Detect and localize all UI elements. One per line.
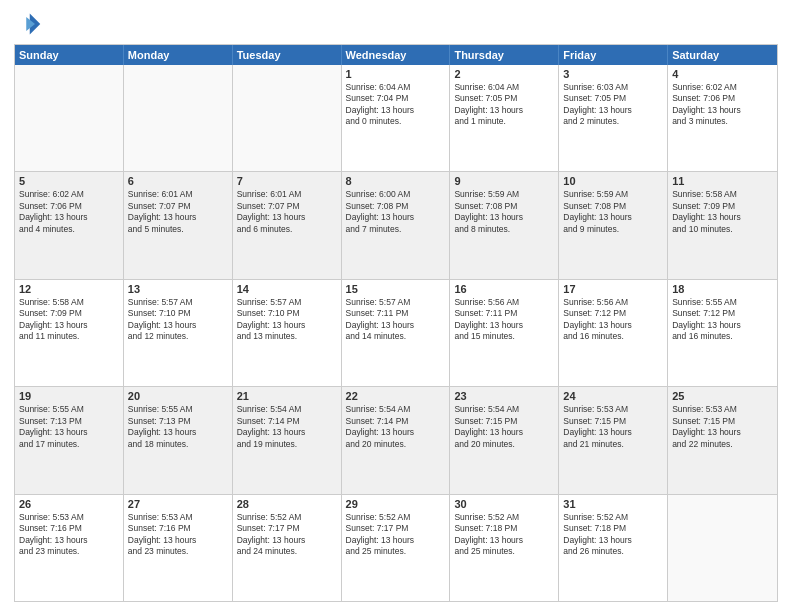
day-number: 29	[346, 498, 446, 510]
day-info: Sunrise: 5:59 AM Sunset: 7:08 PM Dayligh…	[454, 189, 554, 235]
calendar-cell	[15, 65, 124, 171]
calendar-cell: 23Sunrise: 5:54 AM Sunset: 7:15 PM Dayli…	[450, 387, 559, 493]
day-info: Sunrise: 6:01 AM Sunset: 7:07 PM Dayligh…	[237, 189, 337, 235]
day-info: Sunrise: 5:59 AM Sunset: 7:08 PM Dayligh…	[563, 189, 663, 235]
calendar-cell: 13Sunrise: 5:57 AM Sunset: 7:10 PM Dayli…	[124, 280, 233, 386]
day-number: 15	[346, 283, 446, 295]
calendar-cell: 27Sunrise: 5:53 AM Sunset: 7:16 PM Dayli…	[124, 495, 233, 601]
day-info: Sunrise: 5:53 AM Sunset: 7:15 PM Dayligh…	[563, 404, 663, 450]
calendar-cell: 26Sunrise: 5:53 AM Sunset: 7:16 PM Dayli…	[15, 495, 124, 601]
calendar-header: SundayMondayTuesdayWednesdayThursdayFrid…	[15, 45, 777, 65]
day-number: 1	[346, 68, 446, 80]
day-number: 8	[346, 175, 446, 187]
day-info: Sunrise: 5:52 AM Sunset: 7:17 PM Dayligh…	[346, 512, 446, 558]
calendar-cell: 3Sunrise: 6:03 AM Sunset: 7:05 PM Daylig…	[559, 65, 668, 171]
calendar-cell: 19Sunrise: 5:55 AM Sunset: 7:13 PM Dayli…	[15, 387, 124, 493]
day-number: 2	[454, 68, 554, 80]
day-info: Sunrise: 5:53 AM Sunset: 7:16 PM Dayligh…	[128, 512, 228, 558]
calendar-cell: 2Sunrise: 6:04 AM Sunset: 7:05 PM Daylig…	[450, 65, 559, 171]
header	[14, 10, 778, 38]
calendar-cell: 9Sunrise: 5:59 AM Sunset: 7:08 PM Daylig…	[450, 172, 559, 278]
calendar-cell: 11Sunrise: 5:58 AM Sunset: 7:09 PM Dayli…	[668, 172, 777, 278]
day-number: 17	[563, 283, 663, 295]
calendar-cell: 12Sunrise: 5:58 AM Sunset: 7:09 PM Dayli…	[15, 280, 124, 386]
weekday-header-wednesday: Wednesday	[342, 45, 451, 65]
calendar-cell	[668, 495, 777, 601]
day-info: Sunrise: 6:04 AM Sunset: 7:04 PM Dayligh…	[346, 82, 446, 128]
day-number: 23	[454, 390, 554, 402]
calendar-cell: 28Sunrise: 5:52 AM Sunset: 7:17 PM Dayli…	[233, 495, 342, 601]
day-info: Sunrise: 5:56 AM Sunset: 7:11 PM Dayligh…	[454, 297, 554, 343]
calendar-cell: 21Sunrise: 5:54 AM Sunset: 7:14 PM Dayli…	[233, 387, 342, 493]
calendar-body: 1Sunrise: 6:04 AM Sunset: 7:04 PM Daylig…	[15, 65, 777, 601]
day-number: 24	[563, 390, 663, 402]
day-number: 11	[672, 175, 773, 187]
calendar: SundayMondayTuesdayWednesdayThursdayFrid…	[14, 44, 778, 602]
day-number: 3	[563, 68, 663, 80]
day-info: Sunrise: 5:57 AM Sunset: 7:10 PM Dayligh…	[237, 297, 337, 343]
weekday-header-sunday: Sunday	[15, 45, 124, 65]
calendar-cell: 1Sunrise: 6:04 AM Sunset: 7:04 PM Daylig…	[342, 65, 451, 171]
day-info: Sunrise: 5:57 AM Sunset: 7:10 PM Dayligh…	[128, 297, 228, 343]
calendar-row-2: 12Sunrise: 5:58 AM Sunset: 7:09 PM Dayli…	[15, 280, 777, 387]
day-info: Sunrise: 5:58 AM Sunset: 7:09 PM Dayligh…	[19, 297, 119, 343]
day-number: 13	[128, 283, 228, 295]
weekday-header-friday: Friday	[559, 45, 668, 65]
calendar-cell: 16Sunrise: 5:56 AM Sunset: 7:11 PM Dayli…	[450, 280, 559, 386]
calendar-cell	[233, 65, 342, 171]
day-number: 16	[454, 283, 554, 295]
calendar-cell: 30Sunrise: 5:52 AM Sunset: 7:18 PM Dayli…	[450, 495, 559, 601]
calendar-cell: 14Sunrise: 5:57 AM Sunset: 7:10 PM Dayli…	[233, 280, 342, 386]
weekday-header-saturday: Saturday	[668, 45, 777, 65]
day-number: 22	[346, 390, 446, 402]
day-number: 12	[19, 283, 119, 295]
day-number: 27	[128, 498, 228, 510]
weekday-header-thursday: Thursday	[450, 45, 559, 65]
day-number: 25	[672, 390, 773, 402]
day-number: 31	[563, 498, 663, 510]
calendar-cell: 4Sunrise: 6:02 AM Sunset: 7:06 PM Daylig…	[668, 65, 777, 171]
day-info: Sunrise: 5:53 AM Sunset: 7:16 PM Dayligh…	[19, 512, 119, 558]
calendar-cell: 24Sunrise: 5:53 AM Sunset: 7:15 PM Dayli…	[559, 387, 668, 493]
calendar-row-0: 1Sunrise: 6:04 AM Sunset: 7:04 PM Daylig…	[15, 65, 777, 172]
calendar-cell: 22Sunrise: 5:54 AM Sunset: 7:14 PM Dayli…	[342, 387, 451, 493]
day-number: 21	[237, 390, 337, 402]
day-number: 20	[128, 390, 228, 402]
day-number: 7	[237, 175, 337, 187]
day-number: 6	[128, 175, 228, 187]
day-info: Sunrise: 5:55 AM Sunset: 7:12 PM Dayligh…	[672, 297, 773, 343]
day-info: Sunrise: 6:02 AM Sunset: 7:06 PM Dayligh…	[672, 82, 773, 128]
day-number: 9	[454, 175, 554, 187]
day-number: 28	[237, 498, 337, 510]
day-info: Sunrise: 6:02 AM Sunset: 7:06 PM Dayligh…	[19, 189, 119, 235]
calendar-cell: 29Sunrise: 5:52 AM Sunset: 7:17 PM Dayli…	[342, 495, 451, 601]
day-info: Sunrise: 5:58 AM Sunset: 7:09 PM Dayligh…	[672, 189, 773, 235]
day-number: 19	[19, 390, 119, 402]
day-number: 10	[563, 175, 663, 187]
weekday-header-tuesday: Tuesday	[233, 45, 342, 65]
day-info: Sunrise: 5:56 AM Sunset: 7:12 PM Dayligh…	[563, 297, 663, 343]
calendar-cell: 7Sunrise: 6:01 AM Sunset: 7:07 PM Daylig…	[233, 172, 342, 278]
day-info: Sunrise: 5:54 AM Sunset: 7:15 PM Dayligh…	[454, 404, 554, 450]
day-number: 4	[672, 68, 773, 80]
calendar-cell: 17Sunrise: 5:56 AM Sunset: 7:12 PM Dayli…	[559, 280, 668, 386]
calendar-cell: 18Sunrise: 5:55 AM Sunset: 7:12 PM Dayli…	[668, 280, 777, 386]
calendar-cell: 25Sunrise: 5:53 AM Sunset: 7:15 PM Dayli…	[668, 387, 777, 493]
day-info: Sunrise: 5:52 AM Sunset: 7:17 PM Dayligh…	[237, 512, 337, 558]
weekday-header-monday: Monday	[124, 45, 233, 65]
calendar-cell: 31Sunrise: 5:52 AM Sunset: 7:18 PM Dayli…	[559, 495, 668, 601]
page: SundayMondayTuesdayWednesdayThursdayFrid…	[0, 0, 792, 612]
day-number: 26	[19, 498, 119, 510]
calendar-cell: 5Sunrise: 6:02 AM Sunset: 7:06 PM Daylig…	[15, 172, 124, 278]
day-info: Sunrise: 5:54 AM Sunset: 7:14 PM Dayligh…	[346, 404, 446, 450]
day-number: 14	[237, 283, 337, 295]
day-info: Sunrise: 5:55 AM Sunset: 7:13 PM Dayligh…	[128, 404, 228, 450]
day-info: Sunrise: 5:53 AM Sunset: 7:15 PM Dayligh…	[672, 404, 773, 450]
day-info: Sunrise: 5:54 AM Sunset: 7:14 PM Dayligh…	[237, 404, 337, 450]
day-info: Sunrise: 6:04 AM Sunset: 7:05 PM Dayligh…	[454, 82, 554, 128]
calendar-cell	[124, 65, 233, 171]
calendar-row-3: 19Sunrise: 5:55 AM Sunset: 7:13 PM Dayli…	[15, 387, 777, 494]
calendar-row-1: 5Sunrise: 6:02 AM Sunset: 7:06 PM Daylig…	[15, 172, 777, 279]
day-number: 30	[454, 498, 554, 510]
day-number: 5	[19, 175, 119, 187]
